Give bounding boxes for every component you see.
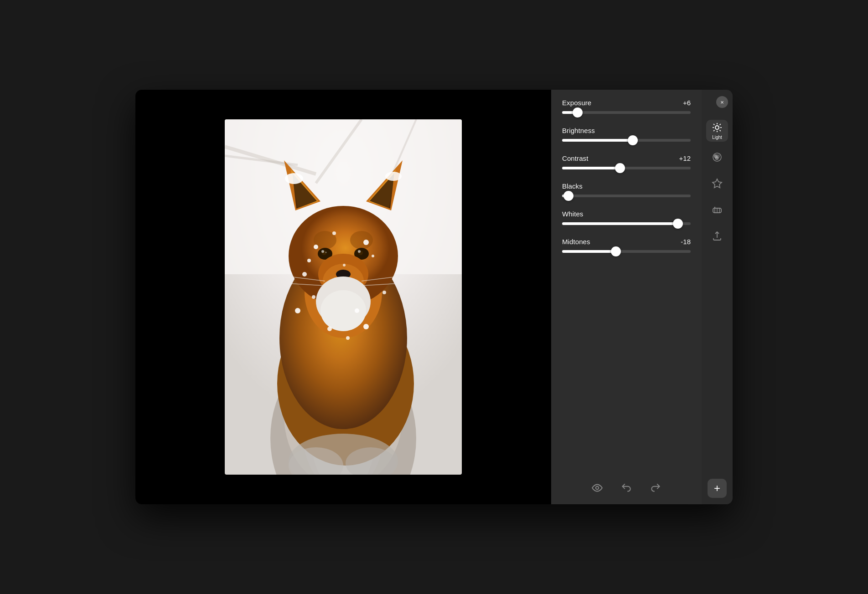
exposure-value: +6 — [683, 99, 691, 107]
midtones-thumb[interactable] — [611, 246, 621, 256]
sidebar-tool-export[interactable] — [706, 225, 728, 247]
whites-track[interactable] — [562, 222, 691, 225]
fox-illustration — [225, 119, 462, 475]
brightness-control: Brightness — [562, 127, 691, 142]
light-tool-label: Light — [712, 135, 722, 140]
exposure-control: Exposure +6 — [562, 99, 691, 114]
svg-point-29 — [358, 250, 361, 253]
svg-point-23 — [350, 231, 373, 249]
svg-point-40 — [314, 245, 318, 249]
brightness-label: Brightness — [562, 127, 595, 134]
exposure-track[interactable] — [562, 111, 691, 114]
sidebar-tool-retouch[interactable] — [706, 199, 728, 221]
midtones-value: -18 — [681, 238, 691, 246]
blacks-control: Blacks — [562, 182, 691, 197]
svg-marker-71 — [713, 179, 722, 188]
star-icon — [712, 178, 723, 189]
midtones-track[interactable] — [562, 250, 691, 253]
svg-line-66 — [720, 124, 721, 125]
svg-point-49 — [382, 291, 386, 294]
undo-button[interactable] — [619, 481, 634, 495]
svg-point-48 — [295, 308, 300, 313]
close-button[interactable]: × — [716, 96, 728, 108]
svg-point-21 — [385, 172, 402, 181]
whites-thumb[interactable] — [673, 219, 683, 229]
svg-point-52 — [363, 324, 369, 329]
brightness-fill — [562, 139, 633, 142]
app-window: Exposure +6 Brightness Contrast +12 — [135, 90, 733, 504]
contrast-track[interactable] — [562, 167, 691, 169]
blacks-label: Blacks — [562, 182, 583, 190]
contrast-label: Contrast — [562, 154, 589, 162]
contrast-fill — [562, 167, 620, 169]
photo-canvas — [225, 119, 462, 475]
blacks-thumb[interactable] — [563, 191, 574, 201]
svg-point-50 — [327, 327, 332, 331]
svg-point-41 — [307, 259, 311, 262]
svg-point-43 — [332, 231, 336, 235]
svg-point-44 — [302, 272, 307, 277]
brightness-track[interactable] — [562, 139, 691, 142]
color-wheel-icon — [712, 152, 723, 163]
add-button[interactable]: + — [708, 479, 727, 498]
svg-point-47 — [355, 308, 359, 313]
midtones-label: Midtones — [562, 238, 590, 246]
whites-control: Whites — [562, 210, 691, 225]
svg-point-20 — [285, 173, 303, 184]
svg-line-64 — [720, 130, 721, 131]
image-area — [135, 90, 551, 504]
preview-button[interactable] — [590, 481, 604, 495]
sidebar-tool-color[interactable] — [706, 146, 728, 168]
svg-point-28 — [321, 250, 324, 253]
svg-point-53 — [343, 264, 346, 266]
svg-point-51 — [346, 336, 350, 340]
contrast-value: +12 — [679, 154, 691, 162]
exposure-thumb[interactable] — [573, 108, 583, 118]
adjustments-panel: Exposure +6 Brightness Contrast +12 — [551, 90, 702, 504]
share-icon — [712, 231, 723, 242]
sidebar-tool-light[interactable]: Light — [706, 120, 728, 142]
blacks-track[interactable] — [562, 195, 691, 197]
sun-icon — [712, 122, 723, 133]
whites-fill — [562, 222, 678, 225]
svg-point-30 — [326, 252, 327, 253]
contrast-control: Contrast +12 — [562, 154, 691, 169]
redo-button[interactable] — [648, 481, 663, 495]
contrast-thumb[interactable] — [615, 163, 625, 173]
svg-point-70 — [715, 156, 719, 160]
exposure-label: Exposure — [562, 99, 591, 107]
svg-line-63 — [713, 124, 714, 125]
midtones-fill — [562, 250, 616, 253]
midtones-control: Midtones -18 — [562, 238, 691, 253]
sidebar: × Light — [702, 90, 733, 504]
retouch-icon — [712, 205, 723, 215]
sidebar-tool-effects[interactable] — [706, 173, 728, 195]
svg-point-57 — [596, 486, 599, 490]
bottom-controls — [562, 471, 691, 495]
svg-point-46 — [312, 295, 315, 299]
whites-label: Whites — [562, 210, 583, 218]
svg-point-45 — [372, 255, 374, 257]
svg-point-58 — [715, 126, 719, 129]
svg-point-42 — [363, 240, 369, 245]
svg-line-65 — [713, 130, 714, 131]
brightness-thumb[interactable] — [628, 135, 638, 145]
